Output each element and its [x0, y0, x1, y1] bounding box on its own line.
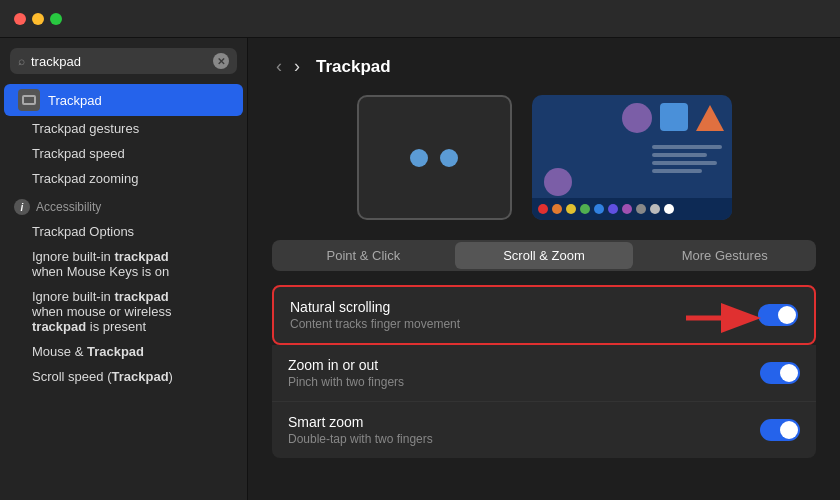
color-dot-4: [580, 204, 590, 214]
search-bar[interactable]: ⌕ ✕: [10, 48, 237, 74]
sidebar-item-trackpad-gestures[interactable]: Trackpad gestures: [4, 116, 243, 141]
natural-scrolling-row: Natural scrolling Content tracks finger …: [272, 285, 816, 345]
sidebar-item-ignore-builtin-2-label: Ignore built-in trackpadwhen mouse or wi…: [32, 289, 171, 334]
smart-zoom-title: Smart zoom: [288, 414, 433, 430]
search-icon: ⌕: [18, 54, 25, 68]
sidebar-item-mouse-trackpad[interactable]: Mouse & Trackpad: [4, 339, 243, 364]
zoom-in-out-toggle[interactable]: [760, 362, 800, 384]
trackpad-dot-right: [440, 149, 458, 167]
search-clear-button[interactable]: ✕: [213, 53, 229, 69]
gp-lines: [652, 145, 722, 173]
gp-bottom-circle: [544, 168, 572, 196]
accessibility-section-header: i Accessibility: [0, 191, 247, 219]
nav-arrows: ‹ ›: [272, 54, 304, 79]
trackpad-preview: [357, 95, 512, 220]
sidebar-item-trackpad-label: Trackpad: [48, 93, 102, 108]
natural-scrolling-title: Natural scrolling: [290, 299, 460, 315]
trackpad-icon: [18, 89, 40, 111]
traffic-lights: [14, 13, 62, 25]
sidebar-item-scroll-speed-label: Scroll speed (Trackpad): [32, 369, 173, 384]
natural-scrolling-info: Natural scrolling Content tracks finger …: [290, 299, 460, 331]
smart-zoom-toggle[interactable]: [760, 419, 800, 441]
forward-button[interactable]: ›: [290, 54, 304, 79]
sidebar-item-ignore-builtin-1[interactable]: Ignore built-in trackpadwhen Mouse Keys …: [4, 244, 243, 284]
natural-scrolling-subtitle: Content tracks finger movement: [290, 317, 460, 331]
settings-list: Natural scrolling Content tracks finger …: [272, 285, 816, 458]
main-content: ‹ › Trackpad: [248, 38, 840, 500]
gesture-preview: [532, 95, 732, 220]
sidebar-item-mouse-trackpad-label: Mouse & Trackpad: [32, 344, 144, 359]
gp-triangle: [696, 105, 724, 131]
sidebar-item-trackpad-gestures-label: Trackpad gestures: [32, 121, 139, 136]
sidebar-item-trackpad-speed-label: Trackpad speed: [32, 146, 125, 161]
tabs: Point & Click Scroll & Zoom More Gesture…: [272, 240, 816, 271]
gp-line-4: [652, 169, 702, 173]
preview-row: [272, 95, 816, 220]
color-dot-9: [650, 204, 660, 214]
gp-line-3: [652, 161, 717, 165]
tab-scroll-zoom[interactable]: Scroll & Zoom: [455, 242, 634, 269]
sidebar: ⌕ ✕ Trackpad Trackpad gestures Trackpad …: [0, 38, 248, 500]
smart-zoom-subtitle: Double-tap with two fingers: [288, 432, 433, 446]
accessibility-icon: i: [14, 199, 30, 215]
zoom-in-out-info: Zoom in or out Pinch with two fingers: [288, 357, 404, 389]
maximize-button[interactable]: [50, 13, 62, 25]
accessibility-section-label: Accessibility: [36, 200, 101, 214]
gp-square: [660, 103, 688, 131]
sidebar-item-ignore-builtin-1-label: Ignore built-in trackpadwhen Mouse Keys …: [32, 249, 169, 279]
sidebar-item-trackpad-options-label: Trackpad Options: [32, 224, 134, 239]
sidebar-item-trackpad-speed[interactable]: Trackpad speed: [4, 141, 243, 166]
back-button[interactable]: ‹: [272, 54, 286, 79]
color-dot-3: [566, 204, 576, 214]
color-dot-2: [552, 204, 562, 214]
sidebar-item-trackpad[interactable]: Trackpad: [4, 84, 243, 116]
gesture-preview-bottom: [532, 198, 732, 220]
search-input[interactable]: [31, 54, 207, 69]
color-dot-8: [636, 204, 646, 214]
settings-wrapper: Natural scrolling Content tracks finger …: [272, 285, 816, 458]
color-dot-6: [608, 204, 618, 214]
color-dot-7: [622, 204, 632, 214]
close-button[interactable]: [14, 13, 26, 25]
zoom-in-out-subtitle: Pinch with two fingers: [288, 375, 404, 389]
sidebar-item-trackpad-zooming-label: Trackpad zooming: [32, 171, 138, 186]
zoom-in-out-title: Zoom in or out: [288, 357, 404, 373]
trackpad-icon-inner: [22, 95, 36, 105]
gp-circle: [622, 103, 652, 133]
nav-header: ‹ › Trackpad: [272, 54, 816, 79]
gp-line-2: [652, 153, 707, 157]
sidebar-item-scroll-speed[interactable]: Scroll speed (Trackpad): [4, 364, 243, 389]
gp-line-1: [652, 145, 722, 149]
natural-scrolling-toggle[interactable]: [758, 304, 798, 326]
color-dot-10: [664, 204, 674, 214]
zoom-in-out-row: Zoom in or out Pinch with two fingers: [272, 345, 816, 402]
trackpad-dots: [410, 149, 458, 167]
sidebar-item-trackpad-zooming[interactable]: Trackpad zooming: [4, 166, 243, 191]
tab-more-gestures[interactable]: More Gestures: [635, 242, 814, 269]
titlebar: [0, 0, 840, 38]
color-dot-5: [594, 204, 604, 214]
trackpad-dot-left: [410, 149, 428, 167]
main-layout: ⌕ ✕ Trackpad Trackpad gestures Trackpad …: [0, 38, 840, 500]
sidebar-item-ignore-builtin-2[interactable]: Ignore built-in trackpadwhen mouse or wi…: [4, 284, 243, 339]
tab-point-click[interactable]: Point & Click: [274, 242, 453, 269]
smart-zoom-info: Smart zoom Double-tap with two fingers: [288, 414, 433, 446]
color-dot-1: [538, 204, 548, 214]
page-title: Trackpad: [316, 57, 391, 77]
sidebar-item-trackpad-options[interactable]: Trackpad Options: [4, 219, 243, 244]
smart-zoom-row: Smart zoom Double-tap with two fingers: [272, 402, 816, 458]
minimize-button[interactable]: [32, 13, 44, 25]
